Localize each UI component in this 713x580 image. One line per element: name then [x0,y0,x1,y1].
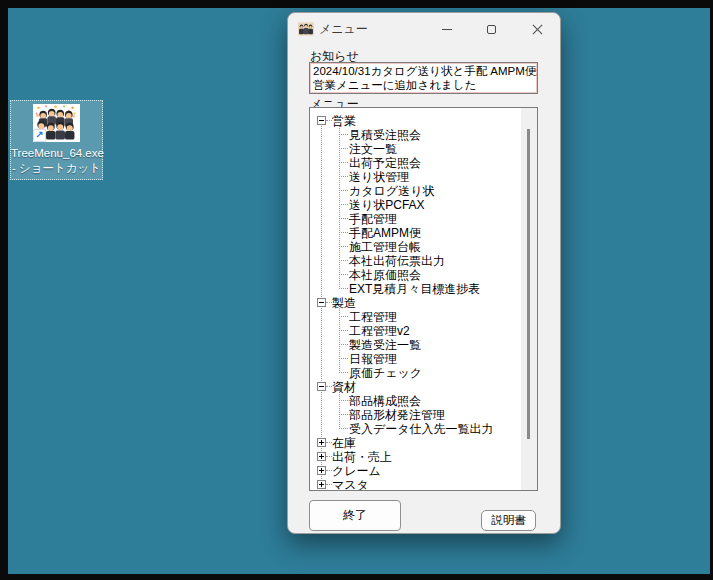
scrollbar-thumb[interactable] [527,129,530,439]
tree-item-label[interactable]: クレーム [332,464,381,478]
tree-item[interactable]: 受入データ仕入先一覧出力 [310,422,521,436]
tree-item-label[interactable]: 部品構成照会 [349,394,421,408]
tree-item[interactable]: 本社出荷伝票出力 [310,254,521,268]
tree-item[interactable]: マスタ [310,478,521,490]
tree-item-label[interactable]: 工程管理 [349,310,397,324]
minimize-button[interactable] [424,13,469,45]
tree-item-label[interactable]: カタログ送り状 [349,184,434,198]
tree-item-label[interactable]: 手配AMPM便 [349,226,421,240]
exit-button[interactable]: 終了 [309,500,401,531]
tree-expander-plus-icon[interactable] [317,438,326,447]
tree-item-label[interactable]: 送り状管理 [349,170,409,184]
tree-item[interactable]: 見積受注照会 [310,128,521,142]
titlebar[interactable]: メニュー [288,13,560,45]
tree-item-label[interactable]: 送り状PCFAX [349,198,425,212]
tree-item[interactable]: 在庫 [310,436,521,450]
tree-item-label[interactable]: 本社出荷伝票出力 [349,254,445,268]
tree-expander-minus-icon[interactable] [317,298,326,307]
maximize-icon [487,25,496,34]
tree-item-label[interactable]: 注文一覧 [349,142,397,156]
desktop-shortcut-treemenu[interactable]: ↗ TreeMenu_64.exe - ショートカット [10,100,103,180]
tree-item[interactable]: 手配管理 [310,212,521,226]
tree-item[interactable]: 送り状PCFAX [310,198,521,212]
tree-item-label[interactable]: 製造 [332,296,356,310]
tree-item[interactable]: 注文一覧 [310,142,521,156]
tree-item[interactable]: 資材 [310,380,521,394]
notice-box: 2024/10/31カタログ送り状と手配 AMPM便が 営業メニューに追加されま… [309,62,538,94]
tree-item[interactable]: EXT見積月々目標進捗表 [310,282,521,296]
tree-item[interactable]: カタログ送り状 [310,184,521,198]
tree-expander-plus-icon[interactable] [317,466,326,475]
tree-item-label[interactable]: 出荷予定照会 [349,156,421,170]
tree-items: 営業見積受注照会注文一覧出荷予定照会送り状管理カタログ送り状送り状PCFAX手配… [310,108,521,490]
manual-button[interactable]: 説明書 [481,510,536,531]
tree-item[interactable]: クレーム [310,464,521,478]
tree-expander-plus-icon[interactable] [317,480,326,489]
maximize-button[interactable] [469,13,514,45]
tree-item-label[interactable]: 製造受注一覧 [349,338,421,352]
tree-item-label[interactable]: 手配管理 [349,212,397,226]
tree-item[interactable]: 工程管理 [310,310,521,324]
shortcut-label-line1: TreeMenu_64.exe [11,146,102,161]
notice-line2: 営業メニューに追加されました [313,78,534,92]
tree-item[interactable]: 製造 [310,296,521,310]
tree-item[interactable]: 日報管理 [310,352,521,366]
tree-item-label[interactable]: EXT見積月々目標進捗表 [349,282,480,296]
shortcut-thumbnail: ↗ [33,104,80,142]
menu-window: メニュー お知らせ 2024/10/31カタログ送り状と手配 AMPM便が 営業… [287,12,561,534]
tree-item[interactable]: 送り状管理 [310,170,521,184]
close-icon [532,24,543,35]
app-icon [298,22,314,36]
notice-line1: 2024/10/31カタログ送り状と手配 AMPM便が [313,64,534,78]
tree-item-label[interactable]: 受入データ仕入先一覧出力 [349,422,494,436]
desktop: ↗ TreeMenu_64.exe - ショートカット [8,8,710,574]
tree-item-label[interactable]: 在庫 [332,436,356,450]
tree-item[interactable]: 部品形材発注管理 [310,408,521,422]
caption-buttons [424,13,560,45]
tree-item[interactable]: 製造受注一覧 [310,338,521,352]
tree-item-label[interactable]: 営業 [332,114,356,128]
menu-tree-panel: 営業見積受注照会注文一覧出荷予定照会送り状管理カタログ送り状送り状PCFAX手配… [309,107,538,491]
tree-item-label[interactable]: 資材 [332,380,356,394]
tree-scrollbar[interactable] [521,108,537,490]
tree-item-label[interactable]: 工程管理v2 [349,324,410,338]
tree-item-label[interactable]: 部品形材発注管理 [349,408,445,422]
tree-expander-minus-icon[interactable] [317,116,326,125]
tree-item-label[interactable]: マスタ [332,478,369,490]
tree-item[interactable]: 施工管理台帳 [310,240,521,254]
shortcut-label: TreeMenu_64.exe - ショートカット [11,146,102,176]
tree-item-label[interactable]: 施工管理台帳 [349,240,421,254]
tree-item[interactable]: 手配AMPM便 [310,226,521,240]
tree-item-label[interactable]: 見積受注照会 [349,128,421,142]
screen: ↗ TreeMenu_64.exe - ショートカット [0,0,713,580]
tree-item[interactable]: 原価チェック [310,366,521,380]
tree-item-label[interactable]: 出荷・売上 [332,450,392,464]
tree-item-label[interactable]: 日報管理 [349,352,397,366]
tree-expander-minus-icon[interactable] [317,382,326,391]
tree-item[interactable]: 出荷予定照会 [310,156,521,170]
tree-item[interactable]: 工程管理v2 [310,324,521,338]
shortcut-label-line2: - ショートカット [11,161,102,176]
tree-item-label[interactable]: 本社原価照会 [349,268,421,282]
tree-item-label[interactable]: 原価チェック [349,366,422,380]
tree-item[interactable]: 出荷・売上 [310,450,521,464]
window-title: メニュー [319,13,368,45]
tree-item[interactable]: 本社原価照会 [310,268,521,282]
tree-item[interactable]: 部品構成照会 [310,394,521,408]
tree-item[interactable]: 営業 [310,114,521,128]
minimize-icon [442,29,452,30]
tree-expander-plus-icon[interactable] [317,452,326,461]
shortcut-arrow-icon: ↗ [33,129,46,142]
close-button[interactable] [514,13,560,45]
